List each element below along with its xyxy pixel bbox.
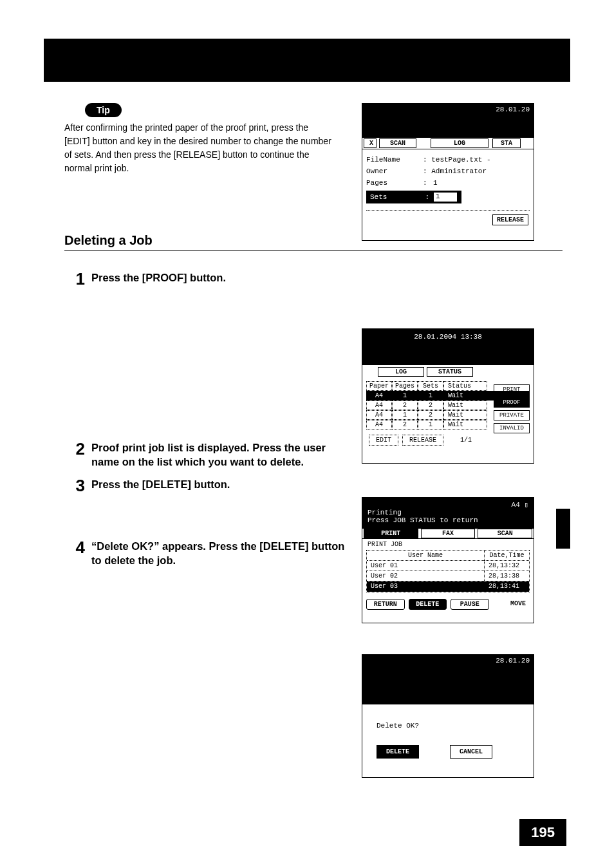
lcd-release-screen: 28.01.20 X SCAN LOG STA FileName: testPa… [362, 103, 534, 241]
paper-indicator: A4 ▯ [367, 500, 528, 509]
header-bar [44, 39, 570, 80]
private-button[interactable]: PRIVATE [494, 410, 530, 420]
sets-label: Sets [370, 193, 387, 201]
sets-row: Sets : 1 [366, 191, 461, 203]
page-indicator: 1/1 [460, 437, 472, 444]
sets-input[interactable]: 1 [433, 192, 458, 202]
page: Tip After confirming the printed paper o… [0, 0, 614, 868]
tab-log[interactable]: LOG [431, 138, 488, 148]
tab-status[interactable]: STATUS [427, 367, 473, 377]
step-1: 1 Press the [PROOF] button. [64, 270, 563, 287]
step-number: 3 [64, 477, 85, 494]
page-number: 195 [519, 819, 566, 846]
step-3: 3 Press the [DELETE] button. [64, 477, 563, 494]
lcd-tabs: PRINT FAX SCAN [362, 529, 534, 539]
tab-scan[interactable]: SCAN [478, 529, 532, 538]
filename-label: FileName [366, 156, 423, 164]
delete-button[interactable]: DELETE [377, 745, 419, 759]
lcd-blank [362, 669, 534, 705]
tip-badge: Tip [85, 103, 122, 117]
lcd-header: A4 ▯ Printing Press JOB STATUS to return [362, 498, 534, 529]
lcd-tabs: X SCAN LOG STA [362, 137, 534, 149]
owner-value: : Administrator [423, 167, 487, 175]
tip-body: After confirming the printed paper of th… [64, 121, 335, 175]
status-line2: Press JOB STATUS to return [367, 516, 528, 524]
release-button[interactable]: RELEASE [402, 435, 443, 446]
th-user: User Name [367, 551, 484, 561]
step-text: “Delete OK?” appears. Press the [DELETE]… [91, 539, 346, 568]
tab-fax[interactable]: FAX [421, 529, 476, 538]
th-datetime: Date,Time [484, 551, 529, 561]
lcd-body: FileName: testPage.txt - Owner: Administ… [362, 149, 534, 229]
print-button[interactable]: PRINT [494, 384, 530, 395]
lcd-blank [362, 346, 534, 365]
confirm-question: Delete OK? [377, 722, 519, 730]
delete-button[interactable]: DELETE [409, 599, 447, 610]
step-number: 1 [64, 270, 85, 287]
pages-value: 1 [433, 179, 438, 187]
cancel-button[interactable]: CANCEL [450, 745, 492, 759]
lcd-datetime: 28.01.2004 13:38 [362, 329, 534, 346]
lcd-date: 28.01.20 [362, 104, 534, 118]
step-number: 2 [64, 440, 85, 457]
user-table: User Name Date,Time User 01 28,13:32 Use… [366, 550, 530, 592]
return-button[interactable]: RETURN [366, 599, 405, 610]
pause-button[interactable]: PAUSE [451, 599, 489, 610]
lcd-date: 28.01.20 [362, 655, 534, 669]
step-text: Proof print job list is displayed. Press… [91, 440, 346, 469]
owner-label: Owner [366, 167, 423, 175]
bottom-bar: EDIT RELEASE 1/1 [362, 432, 534, 448]
table-row-selected[interactable]: User 03 28,13:41 [367, 581, 529, 592]
lcd-blank [362, 118, 534, 137]
side-buttons: PRINT PROOF PRIVATE INVALID [494, 384, 530, 433]
th-sets: Sets [418, 381, 443, 391]
table-row[interactable]: User 01 28,13:32 [367, 561, 529, 571]
proof-button[interactable]: PROOF [494, 397, 530, 408]
lcd-delete-confirm: 28.01.20 Delete OK? DELETE CANCEL [362, 654, 534, 778]
step-text: Press the [PROOF] button. [91, 270, 346, 285]
step-number: 4 [64, 539, 85, 556]
lcd-user-list: A4 ▯ Printing Press JOB STATUS to return… [362, 497, 534, 623]
subheading: PRINT JOB [362, 539, 534, 550]
table-row[interactable]: User 02 28,13:38 [367, 571, 529, 581]
tab-sta[interactable]: STA [492, 138, 521, 148]
tab-scan[interactable]: SCAN [379, 138, 416, 148]
status-line1: Printing [367, 509, 528, 516]
step-text: Press the [DELETE] button. [91, 477, 346, 491]
chapter-tab [556, 509, 570, 549]
th-paper: Paper [366, 381, 392, 391]
tab-log[interactable]: LOG [378, 367, 424, 377]
header-rule [44, 80, 570, 82]
divider [366, 210, 530, 211]
invalid-button[interactable]: INVALID [494, 423, 530, 433]
th-status: Status [443, 381, 487, 391]
pages-label: Pages [366, 179, 423, 187]
edit-button[interactable]: EDIT [369, 435, 398, 446]
tab-x[interactable]: X [364, 138, 377, 148]
action-buttons: RETURN DELETE PAUSE MOVE [362, 592, 534, 612]
lcd-tabs: LOG STATUS [362, 365, 534, 379]
release-button[interactable]: RELEASE [492, 214, 528, 225]
move-button[interactable]: MOVE [493, 599, 530, 610]
th-pages: Pages [392, 381, 418, 391]
tab-print[interactable]: PRINT [364, 529, 418, 538]
lcd-proof-list: 28.01.2004 13:38 LOG STATUS Paper Pages … [362, 328, 534, 464]
filename-value: : testPage.txt - [423, 156, 491, 164]
confirm-body: Delete OK? DELETE CANCEL [362, 705, 534, 775]
